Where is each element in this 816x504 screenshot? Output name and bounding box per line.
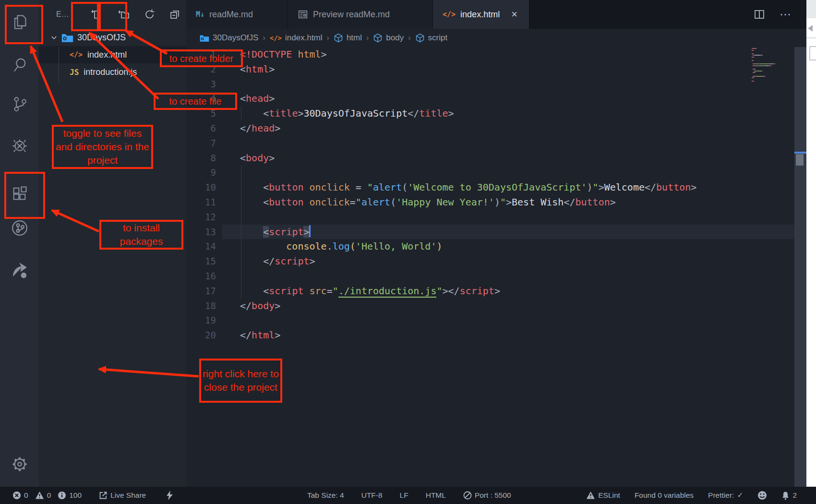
code-text: <html> (216, 62, 275, 77)
check-icon: ✓ (737, 491, 743, 500)
breadcrumb-script[interactable]: script (415, 33, 448, 43)
line-number: 16 (186, 269, 216, 284)
symbol-cube-icon (334, 33, 343, 43)
code-text: <button onclick = "alert('Welcome to 30D… (216, 180, 696, 195)
image-placeholder-icon (809, 46, 816, 60)
line-number: 17 (186, 284, 216, 299)
code-line-9[interactable]: 9 (186, 165, 794, 180)
encoding-indicator[interactable]: UTF-8 (361, 491, 383, 500)
live-server-port[interactable]: Port : 5500 (463, 491, 511, 500)
line-number: 1 (186, 47, 216, 62)
problems-warnings[interactable]: 0 (35, 491, 51, 500)
refresh-icon[interactable] (142, 6, 158, 23)
tree-item-index-html[interactable]: </> index.html (39, 46, 186, 63)
info-icon (58, 491, 66, 500)
code-line-7[interactable]: 7 (186, 136, 794, 151)
code-line-14[interactable]: 14 console.log('Hello, World') (186, 239, 794, 254)
code-line-18[interactable]: 18</body> (186, 299, 794, 313)
new-folder-icon[interactable] (116, 6, 132, 23)
prettier-status[interactable]: Prettier:✓ (708, 491, 743, 500)
search-icon[interactable] (0, 48, 39, 82)
more-actions-icon[interactable]: ⋯ (780, 8, 792, 21)
back-arrow-icon (808, 25, 813, 32)
code-line-3[interactable]: 3 (186, 77, 794, 92)
tab-readme[interactable]: M↓ readMe.md (186, 0, 288, 29)
code-line-4[interactable]: 4<head> (186, 91, 794, 106)
variables-counter[interactable]: Found 0 variables (635, 491, 694, 500)
minimap-line (752, 53, 793, 54)
code-line-11[interactable]: 11 <button onclick="alert('Happy New Yea… (186, 195, 794, 210)
live-share-button[interactable]: Live Share (99, 491, 146, 500)
code-text: console.log('Hello, World') (216, 239, 442, 254)
code-line-19[interactable]: 19 (186, 313, 794, 328)
new-file-icon[interactable] (88, 6, 104, 23)
code-line-10[interactable]: 10 <button onclick = "alert('Welcome to … (186, 180, 794, 195)
tree-item-introduction-js[interactable]: JS introduction.js (39, 63, 186, 81)
minimap-line (752, 59, 793, 60)
tab-size-indicator[interactable]: Tab Size: 4 (307, 491, 344, 500)
problems-infos[interactable]: 100 (58, 491, 82, 500)
settings-gear-icon[interactable] (0, 447, 39, 481)
code-line-17[interactable]: 17 <script src="./introduction.js"></scr… (186, 284, 794, 299)
split-editor-icon[interactable] (754, 9, 765, 20)
minimap-line (752, 55, 793, 56)
line-number: 13 (186, 225, 216, 240)
tree-item-label: index.html (87, 50, 127, 60)
tree-root-label: 30DaysOfJS (77, 33, 126, 43)
breadcrumb-folder[interactable]: 30DaysOfJS (200, 33, 258, 43)
lightning-icon[interactable] (166, 491, 173, 500)
problems-errors[interactable]: 0 (12, 491, 28, 500)
code-text: </script> (216, 254, 315, 269)
live-share-session-icon[interactable] (0, 211, 39, 245)
minimap-line (752, 67, 793, 68)
eol-indicator[interactable]: LF (400, 491, 408, 500)
scrollbar-handle[interactable] (796, 154, 804, 166)
code-line-16[interactable]: 16 (186, 269, 794, 284)
code-line-5[interactable]: 5 <title>30DaysOfJavaScript</title> (186, 106, 794, 121)
code-text: </body> (216, 299, 280, 313)
share-icon[interactable] (0, 253, 39, 287)
chevron-down-icon (50, 34, 58, 41)
tab-preview-readme[interactable]: Preview readMe.md (288, 0, 433, 29)
code-line-8[interactable]: 8<body> (186, 151, 794, 166)
language-mode[interactable]: HTML (426, 491, 446, 500)
tab-index-html[interactable]: </> index.html × (433, 0, 529, 29)
debug-icon[interactable] (0, 129, 39, 162)
notifications-bell[interactable]: 2 (781, 491, 797, 500)
breadcrumb-body[interactable]: body (373, 33, 404, 43)
breadcrumb-file[interactable]: </> index.html (270, 33, 323, 43)
eslint-status[interactable]: ESLint (586, 491, 620, 500)
code-line-6[interactable]: 6</head> (186, 121, 794, 136)
extensions-icon[interactable] (0, 177, 39, 210)
minimap-line (752, 72, 793, 73)
code-line-20[interactable]: 20</html> (186, 328, 794, 343)
collapse-all-icon[interactable] (167, 6, 183, 23)
smiley-icon (757, 491, 767, 500)
code-line-12[interactable]: 12 (186, 210, 794, 225)
line-number: 11 (186, 195, 216, 210)
feedback-smiley[interactable] (757, 491, 767, 500)
explorer-icon[interactable] (0, 5, 39, 39)
code-text: <title>30DaysOfJavaScript</title> (216, 106, 454, 121)
minimap[interactable] (752, 48, 793, 83)
close-tab-icon[interactable]: × (511, 8, 517, 21)
line-number: 15 (186, 254, 216, 269)
code-line-2[interactable]: 2<html> (186, 62, 794, 77)
source-control-icon[interactable] (0, 87, 39, 121)
code-line-13[interactable]: 13 <script> (186, 225, 794, 240)
line-number: 14 (186, 239, 216, 254)
code-line-1[interactable]: 1<!DOCTYPE html> (186, 47, 794, 62)
code-editor[interactable]: 1<!DOCTYPE html>2<html>34<head>5 <title>… (186, 47, 794, 343)
line-number: 18 (186, 299, 216, 313)
line-number: 19 (186, 313, 216, 328)
breadcrumb: 30DaysOfJS › </> index.html › html › bod… (186, 29, 806, 47)
breadcrumb-html[interactable]: html (334, 33, 362, 43)
minimap-line (752, 60, 793, 61)
tab-label: readMe.md (209, 10, 253, 20)
tree-root-folder[interactable]: 30DaysOfJS (39, 29, 186, 46)
bell-icon (781, 491, 790, 500)
line-number: 3 (186, 77, 216, 92)
scrollbar-track[interactable] (794, 47, 806, 487)
code-text (216, 136, 240, 151)
code-line-15[interactable]: 15 </script> (186, 254, 794, 269)
